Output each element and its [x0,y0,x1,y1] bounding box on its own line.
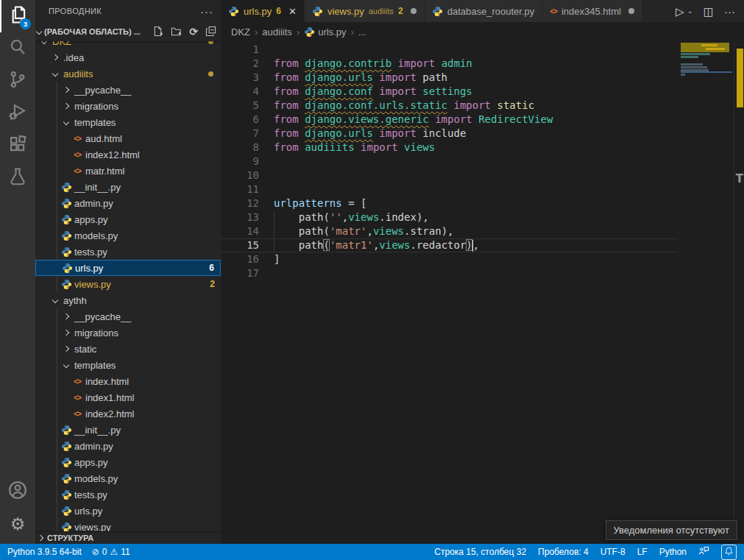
sidebar-more-actions-icon[interactable]: ··· [200,5,213,18]
tree-item-apps-py[interactable]: apps.py [35,211,221,227]
chevron-right-icon [63,87,69,93]
problems-status[interactable]: ⊘ 0 ⚠ 11 [92,547,130,557]
breadcrumb-item-audiiits[interactable]: audiiits [262,26,291,38]
tree-item-models-py[interactable]: models.py [35,227,221,244]
code-token: import [453,99,491,111]
new-file-icon[interactable] [152,26,163,38]
tree-item-admin-py[interactable]: admin.py [35,195,221,211]
minimap[interactable] [681,43,732,76]
tree-item-admin-py[interactable]: admin.py [35,438,221,454]
code-token [398,141,404,153]
tree-item--pycache-[interactable]: __pycache__ [35,308,221,325]
tree-item-matr-html[interactable]: <>matr.html [35,163,221,179]
overview-ruler[interactable]: T [734,41,744,544]
code-line-11[interactable]: 11 [221,182,678,196]
tree-item-apps-py[interactable]: apps.py [35,454,221,470]
tree-item-index-html[interactable]: <>index.html [35,373,221,389]
tree-item-models-py[interactable]: models.py [35,470,221,486]
tree-item-views-py[interactable]: views.py [35,519,221,531]
feedback-button[interactable] [698,546,709,558]
code-token: django.conf.urls.static [305,99,447,111]
code-line-15[interactable]: 15 path('matr1',views.redactor), [221,238,678,252]
breadcrumb-item--[interactable]: ... [358,26,366,38]
collapse-all-icon[interactable] [205,26,216,38]
code-token: ), [417,211,429,223]
run-debug-activity-button[interactable] [0,97,35,130]
code-line-7[interactable]: 7from django.urls import include [221,127,678,141]
tree-item-index1-html[interactable]: <>index1.html [35,389,221,405]
tab-index345-html[interactable]: <>index345.html [542,0,642,22]
run-button[interactable]: ▷ [676,6,684,17]
extensions-activity-button[interactable] [0,130,35,162]
line-number: 5 [221,99,259,113]
breadcrumb-item-dkz[interactable]: DKZ [231,26,250,38]
tree-item--pycache-[interactable]: __pycache__ [35,82,221,98]
code-line-13[interactable]: 13 path('',views.index), [221,210,678,224]
outline-section-header[interactable]: СТРУКТУРА [35,531,221,544]
cursor-position-status[interactable]: Строка 15, столбец 32 [434,547,526,557]
tree-item-tests-py[interactable]: tests.py [35,244,221,260]
code-line-6[interactable]: 6from django.views.generic import Redire… [221,113,678,127]
tree-item-static[interactable]: static [35,341,221,357]
run-dropdown-icon[interactable]: ⌄ [687,7,692,15]
tree-item-index12-html[interactable]: <>index12.html [35,146,221,163]
tree-item-audiiits[interactable]: audiiits [35,65,221,82]
workspace-section-header[interactable]: (РАБОЧАЯ ОБЛАСТЬ) ... ⟳ [35,22,221,41]
tree-item--init-py[interactable]: __init__.py [35,422,221,438]
tree-item-dkz[interactable]: DKZ [35,41,221,49]
tab-urls-py[interactable]: urls.py6✕ [221,0,305,22]
code-line-10[interactable]: 10 [221,169,678,182]
code-token [299,71,305,83]
code-token: ( [323,239,329,251]
explorer-activity-button[interactable]: 3 [0,0,35,32]
code-line-14[interactable]: 14 path('matr',views.stran), [221,224,678,238]
code-line-12[interactable]: 12urlpatterns = [ [221,196,678,210]
code-line-8[interactable]: 8from audiiits import views [221,141,678,155]
tree-item-aud-html[interactable]: <>aud.html [35,130,221,146]
account-button[interactable] [0,475,35,508]
modified-dot-icon[interactable] [628,8,634,14]
refresh-icon[interactable]: ⟳ [189,26,198,37]
code-line-16[interactable]: 16] [221,252,678,266]
tree-item-templates[interactable]: templates [35,357,221,373]
tree-item-migrations[interactable]: migrations [35,98,221,114]
breadcrumb-item-urls-py[interactable]: urls.py [304,26,346,38]
tree-item-tests-py[interactable]: tests.py [35,486,221,503]
tree-item-views-py[interactable]: views.py2 [35,276,221,292]
tree-item-templates[interactable]: templates [35,114,221,130]
more-actions-icon[interactable]: ··· [724,6,735,17]
code-line-1[interactable]: 1 [221,43,678,57]
encoding-status[interactable]: UTF-8 [600,547,626,557]
eol-status[interactable]: LF [637,547,648,557]
tree-item-aythh[interactable]: aythh [35,292,221,308]
language-mode-status[interactable]: Python [659,547,687,557]
tree-item-index2-html[interactable]: <>index2.html [35,405,221,422]
code-line-3[interactable]: 3from django.urls import path [221,71,678,85]
tree-item-migrations[interactable]: migrations [35,325,221,341]
tree-item--init-py[interactable]: __init__.py [35,179,221,195]
tree-item-urls-py[interactable]: urls.py6 [35,260,221,276]
split-editor-icon[interactable]: ◫ [704,6,714,17]
testing-activity-button[interactable] [0,162,35,194]
tab-database-roouter-py[interactable]: database_roouter.py [425,0,543,22]
code-line-5[interactable]: 5from django.conf.urls.static import sta… [221,99,678,113]
indentation-status[interactable]: Пробелов: 4 [538,547,589,557]
tree-item-urls-py[interactable]: urls.py [35,503,221,519]
code-token: . [379,211,385,223]
notifications-bell-button[interactable] [721,545,737,560]
code-line-2[interactable]: 2from django.contrib import admin [221,57,678,71]
code-line-17[interactable]: 17 [221,266,678,280]
code-editor[interactable]: 12from django.contrib import admin3from … [221,41,744,544]
line-number: 16 [221,252,259,266]
code-line-4[interactable]: 4from django.conf import settings [221,85,678,99]
source-control-activity-button[interactable] [0,65,35,97]
modified-dot-icon[interactable] [411,8,417,14]
new-folder-icon[interactable] [171,26,182,38]
code-line-9[interactable]: 9 [221,155,678,169]
settings-button[interactable]: ⚙ [0,508,35,540]
tree-item--idea[interactable]: .idea [35,49,221,65]
tab-views-py[interactable]: views.pyaudiiits2 [305,0,425,22]
search-activity-button[interactable] [0,32,35,65]
close-icon[interactable]: ✕ [288,6,297,17]
python-interpreter-status[interactable]: Python 3.9.5 64-bit [7,547,82,557]
